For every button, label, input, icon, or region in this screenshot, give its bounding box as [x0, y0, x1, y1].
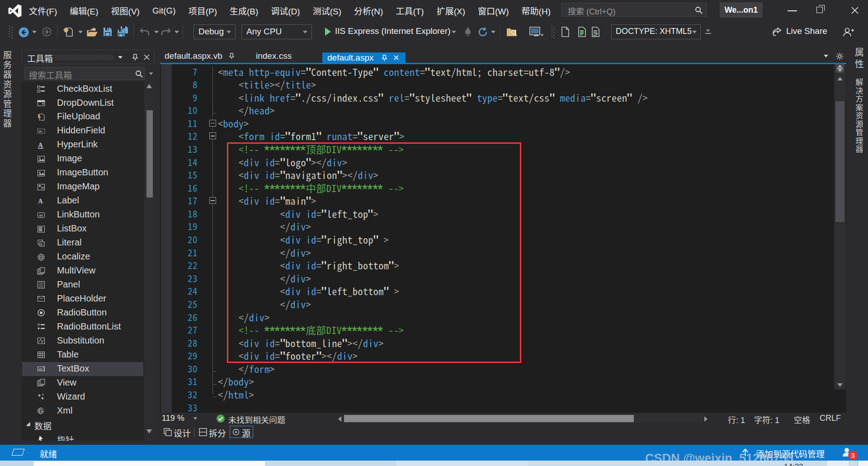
svg-text:ab: ab — [39, 213, 43, 217]
svg-text:ab: ab — [38, 130, 42, 133]
svg-text:a: a — [41, 243, 42, 246]
svg-text:!: ! — [42, 408, 45, 412]
svg-text:A: A — [38, 141, 43, 149]
svg-text:ab: ab — [39, 367, 42, 371]
svg-text:A: A — [38, 198, 43, 205]
